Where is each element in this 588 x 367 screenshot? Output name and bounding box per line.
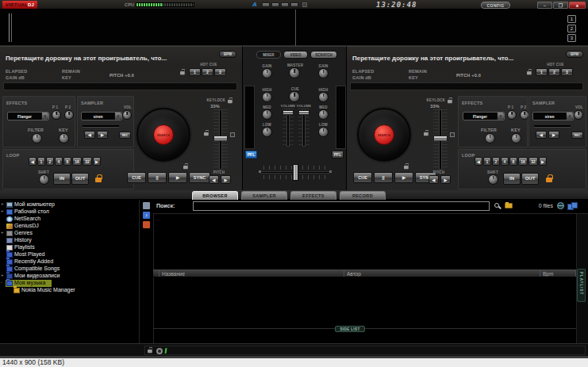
loop-lock-icon[interactable] <box>95 174 102 182</box>
tree-expander[interactable]: - <box>1 280 6 285</box>
loop-16-button[interactable]: 16 <box>518 157 528 166</box>
loop-16-button[interactable]: 16 <box>72 157 82 166</box>
loop-32-button[interactable]: 32 <box>528 157 538 166</box>
loop-lock-icon[interactable] <box>546 174 552 182</box>
loop-32-button[interactable]: 32 <box>83 157 92 166</box>
open-folder-icon[interactable] <box>505 203 513 208</box>
loop-shift-right-button[interactable]: ▶ <box>93 157 101 166</box>
tree-item[interactable]: +Рабочий стол <box>0 208 140 216</box>
loop-in-button[interactable]: IN <box>503 173 521 185</box>
tree-item[interactable]: GeniusDJ <box>0 223 140 230</box>
jog-center-search[interactable]: SEARCH <box>374 124 394 145</box>
loop-shift-knob[interactable] <box>488 174 498 185</box>
filter-knob[interactable] <box>485 133 495 143</box>
beat-keeper-segment[interactable] <box>262 2 270 7</box>
loop-in-button[interactable]: IN <box>53 173 71 185</box>
sample-select[interactable]: siren ▼ <box>532 112 574 120</box>
loop-shift-left-button[interactable]: ◀ <box>475 157 482 166</box>
sample-rec-button[interactable]: REC <box>119 132 131 139</box>
search-icon[interactable] <box>494 203 499 208</box>
sample-next-button[interactable]: ▶ <box>548 131 559 139</box>
tree-item[interactable]: +Мой компьютер <box>0 201 140 208</box>
gain-knob-right[interactable] <box>318 68 329 78</box>
chevron-down-icon[interactable]: ▼ <box>566 113 573 120</box>
sample-select[interactable]: siren ▼ <box>81 112 122 120</box>
beat-keeper-option-button[interactable] <box>302 2 307 7</box>
key-knob[interactable] <box>511 133 521 143</box>
sampler-vol-knob[interactable] <box>574 110 583 120</box>
tree-item[interactable]: Nokia Music Manager <box>0 287 140 294</box>
hot-cue-2-button[interactable]: 2 <box>202 68 213 76</box>
sample-rec-button[interactable]: REC <box>571 132 583 139</box>
pfl-right-button[interactable]: PFL <box>332 151 344 159</box>
close-button[interactable]: x <box>569 2 586 9</box>
maximize-button[interactable]: ❐ <box>553 2 568 9</box>
waveform-view-2-button[interactable]: 2 <box>567 25 576 32</box>
cue-button[interactable]: CUE <box>127 172 146 183</box>
tree-item[interactable]: Recently Added <box>0 258 140 266</box>
beat-keeper-segment[interactable] <box>290 2 298 7</box>
pitch-lock-icon[interactable] <box>204 130 209 136</box>
pitch-slider[interactable] <box>433 109 448 170</box>
pause-button[interactable]: || <box>374 172 393 183</box>
sync-button[interactable]: SYNC <box>189 172 210 183</box>
rhythm-waveform-display[interactable]: 1 2 3 <box>0 10 588 46</box>
sample-prev-button[interactable]: ◀ <box>536 131 547 139</box>
low-knob-left[interactable] <box>262 127 272 137</box>
chevron-down-icon[interactable]: ▼ <box>497 113 504 120</box>
high-knob-left[interactable] <box>262 92 272 102</box>
loop-8-button[interactable]: 8 <box>509 157 517 166</box>
tree-expander[interactable]: + <box>1 273 6 277</box>
p1-knob[interactable] <box>52 110 61 120</box>
pitch-bend-minus-button[interactable]: ◀ <box>209 175 219 184</box>
loop-1-button[interactable]: 1 <box>37 157 45 166</box>
tab-scratch[interactable]: SCRATCH <box>310 51 337 59</box>
tree-expander[interactable]: + <box>1 201 6 206</box>
tree-item[interactable]: +Мои видеозаписи <box>0 273 140 280</box>
tab-sampler[interactable]: SAMPLER <box>241 191 287 200</box>
pause-button[interactable]: || <box>148 172 167 183</box>
p2-knob[interactable] <box>64 110 74 120</box>
jog-center-search[interactable]: SEARCH <box>153 124 174 145</box>
pitch-bend-plus-button[interactable]: ▶ <box>440 175 451 184</box>
sampler-vol-knob[interactable] <box>122 110 132 120</box>
waveform-view-1-button[interactable]: 1 <box>567 15 576 23</box>
tab-record[interactable]: RECORD <box>340 191 386 200</box>
waveform-view-3-button[interactable]: 3 <box>567 34 576 42</box>
pitch-bend-minus-button[interactable]: ◀ <box>429 175 439 184</box>
beat-keeper-segment[interactable] <box>281 2 289 7</box>
high-knob-right[interactable] <box>318 92 329 102</box>
column-title[interactable]: Название <box>159 270 344 277</box>
tree-expander[interactable]: + <box>1 230 6 235</box>
p1-knob[interactable] <box>507 110 517 120</box>
filter-knob[interactable] <box>32 133 42 143</box>
med-knob-right[interactable] <box>318 109 329 120</box>
volume-fader-right[interactable] <box>298 109 309 147</box>
rhythm-zoom-letter[interactable]: A <box>252 1 257 8</box>
pitch-zero-button[interactable] <box>230 132 235 137</box>
tree-item[interactable]: +Genres <box>0 230 140 237</box>
tree-item[interactable]: Playlists <box>0 244 140 251</box>
med-knob-left[interactable] <box>262 109 272 120</box>
loop-4-button[interactable]: 4 <box>55 157 63 166</box>
side-list-button[interactable]: SIDE LIST <box>335 326 365 332</box>
effect-select[interactable]: Flanger ▼ <box>7 112 49 120</box>
chevron-down-icon[interactable]: ▼ <box>41 113 48 120</box>
pitch-slider-handle[interactable] <box>433 136 448 141</box>
database-icon[interactable] <box>567 202 577 209</box>
search-input[interactable] <box>193 201 490 211</box>
tree-item-selected[interactable]: -Моя музыка <box>0 280 140 287</box>
sample-next-button[interactable]: ▶ <box>97 131 108 139</box>
crossfader[interactable] <box>259 164 332 182</box>
pitch-lock-icon[interactable] <box>424 130 429 136</box>
loop-shift-left-button[interactable]: ◀ <box>29 157 37 166</box>
jog-wheel[interactable]: SEARCH <box>136 108 190 162</box>
pitch-zero-button[interactable] <box>450 132 455 137</box>
tree-item[interactable]: Most Played <box>0 251 140 258</box>
pitch-slider-handle[interactable] <box>213 136 228 141</box>
tree-item[interactable]: Compatible Songs <box>0 266 140 273</box>
tree-item[interactable]: History <box>0 237 140 244</box>
jog-lock-icon[interactable] <box>183 163 188 169</box>
cue-button[interactable]: CUE <box>353 172 372 183</box>
master-knob[interactable] <box>289 67 300 78</box>
